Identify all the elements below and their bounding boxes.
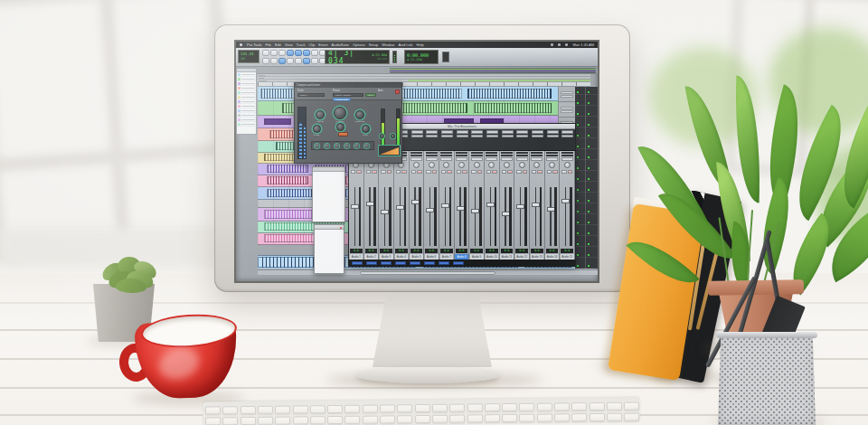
panel-titlebar[interactable] bbox=[313, 167, 344, 172]
mute-button[interactable] bbox=[523, 170, 528, 174]
volume-icon[interactable] bbox=[565, 43, 568, 46]
volume-fader[interactable] bbox=[441, 203, 449, 208]
horizontal-scrollbar[interactable] bbox=[258, 269, 598, 275]
solo-button[interactable] bbox=[426, 170, 431, 174]
mini-knob[interactable] bbox=[344, 144, 349, 148]
audio-clip[interactable] bbox=[267, 176, 308, 184]
audio-clip[interactable] bbox=[267, 189, 312, 198]
mini-knob[interactable] bbox=[364, 144, 369, 148]
plugin-link-button[interactable] bbox=[391, 134, 395, 138]
track-io-cell[interactable] bbox=[559, 87, 575, 102]
toolbar-button[interactable] bbox=[287, 50, 294, 56]
wifi-icon[interactable] bbox=[551, 43, 553, 46]
knob-ratio[interactable] bbox=[313, 125, 321, 133]
solo-button[interactable] bbox=[516, 170, 522, 174]
menu-item-clip[interactable]: Clip bbox=[308, 42, 315, 48]
channel-name[interactable]: Audio 11 bbox=[500, 254, 514, 260]
knob-attack[interactable] bbox=[316, 110, 325, 119]
menu-item-audiosuite[interactable]: AudioSuite bbox=[332, 42, 349, 48]
menu-item-avid-link[interactable]: Avid Link bbox=[398, 42, 412, 48]
mute-button[interactable] bbox=[507, 170, 513, 174]
toolbar-button[interactable] bbox=[311, 58, 318, 64]
mixer-channel[interactable]: 0.0Audio 7 bbox=[439, 151, 455, 260]
knob-thresh[interactable] bbox=[334, 107, 346, 119]
toolbar-button[interactable] bbox=[295, 58, 302, 64]
solo-button[interactable] bbox=[561, 170, 567, 174]
solo-button[interactable] bbox=[396, 170, 401, 174]
channel-name[interactable]: Audio 4 bbox=[395, 254, 409, 260]
menu-item-track[interactable]: Track bbox=[297, 42, 306, 48]
mixer-channel[interactable]: 0.0Audio 3 bbox=[379, 151, 394, 260]
channel-name[interactable]: Audio 12 bbox=[515, 254, 529, 260]
solo-button[interactable] bbox=[366, 170, 372, 174]
volume-fader[interactable] bbox=[411, 200, 420, 204]
mixer-channel[interactable]: 0.0Audio 10 bbox=[485, 151, 500, 260]
mute-button[interactable] bbox=[372, 170, 377, 174]
mute-button[interactable] bbox=[387, 170, 392, 174]
toolbar-button[interactable] bbox=[311, 50, 318, 56]
close-icon[interactable] bbox=[340, 227, 343, 230]
track-list-panel[interactable] bbox=[236, 68, 257, 135]
volume-fader[interactable] bbox=[486, 203, 495, 207]
toolbar-button[interactable] bbox=[303, 58, 310, 64]
compare-button[interactable]: COMPARE bbox=[333, 98, 351, 101]
mixer-channel[interactable]: 0.0Audio 9 bbox=[469, 151, 485, 260]
volume-fader[interactable] bbox=[502, 212, 510, 216]
volume-fader[interactable] bbox=[457, 206, 465, 211]
knob-gain[interactable] bbox=[362, 125, 370, 133]
mixer-channel[interactable]: 0.0Audio 2 bbox=[364, 151, 380, 260]
volume-fader[interactable] bbox=[561, 199, 570, 203]
menu-item-edit[interactable]: Edit bbox=[275, 42, 281, 48]
pan-knob[interactable] bbox=[549, 162, 555, 168]
volume-fader[interactable] bbox=[471, 209, 479, 213]
volume-fader[interactable] bbox=[381, 210, 389, 214]
menu-item-help[interactable]: Help bbox=[417, 42, 424, 48]
solo-button[interactable] bbox=[547, 170, 552, 174]
menu-item-file[interactable]: File bbox=[266, 42, 271, 48]
volume-fader[interactable] bbox=[516, 204, 524, 209]
mute-button[interactable] bbox=[552, 170, 558, 174]
floating-panel-1[interactable] bbox=[312, 166, 345, 222]
mini-knob[interactable] bbox=[354, 144, 359, 148]
pan-knob[interactable] bbox=[533, 162, 540, 168]
main-counter[interactable]: 4| 3| 034 4:32.004 24 bit bbox=[325, 50, 390, 64]
mixer-channel[interactable]: 0.0Audio 5 bbox=[410, 151, 425, 260]
solo-button[interactable] bbox=[471, 170, 476, 174]
mixer-channel[interactable]: 0.0Audio 12 bbox=[514, 151, 530, 260]
mute-button[interactable] bbox=[537, 170, 542, 174]
volume-fader[interactable] bbox=[396, 205, 404, 210]
pan-knob[interactable] bbox=[519, 162, 525, 168]
volume-fader[interactable] bbox=[426, 208, 434, 212]
scroll-thumb[interactable] bbox=[360, 271, 495, 275]
battery-icon[interactable] bbox=[558, 43, 561, 46]
preset-selector[interactable]: <factory default> bbox=[333, 93, 363, 97]
secondary-counter[interactable]: 0:00.000 4:32.004 bbox=[404, 50, 439, 64]
plugin-mode-button[interactable] bbox=[338, 132, 348, 137]
channel-name[interactable]: Audio 2 bbox=[364, 254, 378, 260]
solo-button[interactable] bbox=[502, 170, 507, 174]
apple-menu-icon[interactable] bbox=[240, 43, 242, 46]
toolbar-button[interactable] bbox=[287, 58, 294, 64]
panel-titlebar[interactable] bbox=[315, 225, 344, 230]
track-selector[interactable]: Audio 1 bbox=[297, 93, 325, 97]
channel-name[interactable]: Audio 8 bbox=[455, 254, 468, 260]
channel-name[interactable]: Audio 6 bbox=[425, 254, 439, 260]
menu-item-view[interactable]: View bbox=[285, 42, 293, 48]
menu-item-options[interactable]: Options bbox=[353, 42, 365, 48]
solo-button[interactable] bbox=[457, 170, 462, 174]
pan-knob[interactable] bbox=[474, 162, 480, 168]
mixer-channel[interactable]: 0.0Audio 14 bbox=[545, 151, 561, 260]
audio-clip[interactable] bbox=[467, 89, 552, 99]
mixer-channel[interactable]: 0.0Audio 6 bbox=[424, 151, 439, 260]
mute-button[interactable] bbox=[432, 170, 438, 174]
audio-clip[interactable] bbox=[267, 165, 308, 173]
plugin-phase-button[interactable] bbox=[380, 134, 384, 138]
mixer-channel[interactable]: 0.0Audio 11 bbox=[500, 151, 515, 260]
toolbar-button[interactable] bbox=[262, 50, 269, 56]
solo-button[interactable] bbox=[532, 170, 537, 174]
mute-button[interactable] bbox=[568, 170, 573, 174]
mixer-channel[interactable]: 0.0Audio 13 bbox=[530, 151, 545, 260]
menu-item-pro-tools[interactable]: Pro Tools bbox=[247, 42, 262, 48]
mute-button[interactable] bbox=[356, 170, 362, 174]
track-list-item[interactable] bbox=[237, 122, 256, 127]
